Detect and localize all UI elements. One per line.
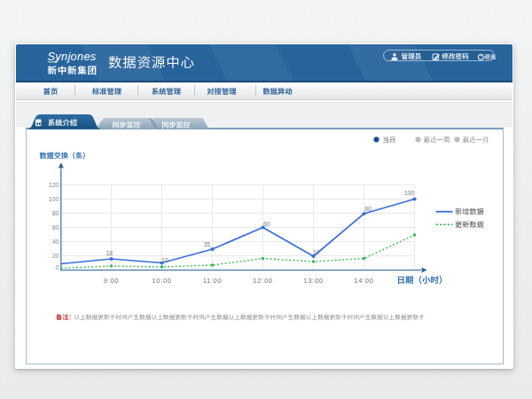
svg-text:10:00: 10:00 [152,277,171,285]
svg-text:35: 35 [204,241,211,247]
svg-text:60: 60 [263,221,270,227]
svg-text:0: 0 [56,264,59,270]
svg-text:9:00: 9:00 [104,277,119,285]
svg-text:80: 80 [364,206,372,212]
svg-text:80: 80 [52,210,59,216]
svg-text:20: 20 [52,253,59,259]
svg-text:100: 100 [404,190,415,196]
svg-text:18: 18 [106,250,113,256]
svg-text:11:00: 11:00 [203,277,223,285]
svg-text:120: 120 [49,182,59,188]
svg-text:40: 40 [52,239,59,245]
svg-text:60: 60 [52,224,59,231]
svg-text:14:00: 14:00 [354,277,373,285]
svg-text:12:00: 12:00 [253,277,272,285]
svg-text:Synjones: Synjones [48,51,97,63]
svg-text:100: 100 [49,196,59,202]
svg-text:10: 10 [313,249,320,255]
svg-text:10: 10 [161,257,168,263]
svg-text:13:00: 13:00 [303,277,323,285]
